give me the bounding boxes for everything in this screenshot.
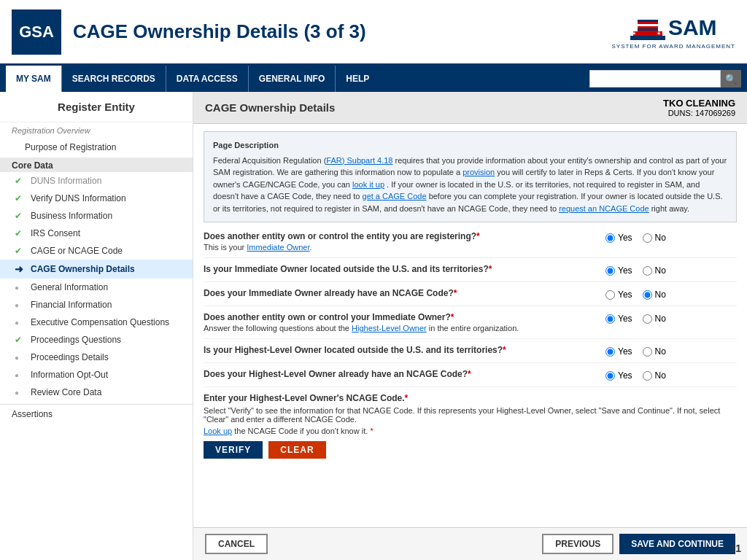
provision-link[interactable]: provision bbox=[462, 168, 495, 176]
sidebar-item-general-info[interactable]: ● General Information bbox=[0, 279, 193, 296]
gsa-logo: GSA bbox=[12, 9, 61, 55]
sam-subtext: SYSTEM FOR AWARD MANAGEMENT bbox=[611, 43, 735, 50]
question-4-left: Does another entity own or control your … bbox=[204, 312, 605, 332]
request-ncage-link[interactable]: request an NCAGE Code bbox=[559, 204, 649, 213]
clear-button[interactable]: CLEAR bbox=[268, 441, 325, 459]
sidebar-item-proceedings-details[interactable]: ● Proceedings Details bbox=[0, 349, 193, 366]
q1-yes-option[interactable]: Yes bbox=[605, 233, 632, 243]
duns-number: DUNS: 147069269 bbox=[663, 109, 735, 117]
top-header: GSA CAGE Ownership Details (3 of 3) ★ ★ … bbox=[0, 0, 747, 66]
svg-text:★: ★ bbox=[632, 31, 636, 36]
q3-no-radio[interactable] bbox=[643, 290, 652, 300]
nav-item-dataaccess[interactable]: DATA ACCESS bbox=[166, 66, 248, 92]
proceedings-q-check-icon: ✔ bbox=[15, 335, 26, 345]
content-header-title: CAGE Ownership Details bbox=[205, 101, 335, 114]
sidebar-item-business-info[interactable]: ✔ Business Information bbox=[0, 207, 193, 225]
sidebar-item-cage-ownership[interactable]: ➜ CAGE Ownership Details bbox=[0, 260, 193, 279]
nav-item-mysam[interactable]: MY SAM bbox=[6, 66, 61, 92]
question-row-6: Does your Highest-Level Owner already ha… bbox=[204, 369, 737, 387]
nav-item-generalinfo[interactable]: GENERAL INFO bbox=[248, 66, 335, 92]
question-1-radio-group: Yes No bbox=[605, 233, 737, 243]
exec-comp-dot-icon: ● bbox=[15, 319, 26, 327]
highest-level-owner-link[interactable]: Highest-Level Owner bbox=[352, 324, 427, 332]
page-desc-text: Federal Acquisition Regulation (FAR) Sub… bbox=[213, 155, 727, 215]
bottom-bar: CANCEL PREVIOUS SAVE AND CONTINUE bbox=[193, 527, 747, 560]
q1-yes-radio[interactable] bbox=[605, 233, 615, 243]
duns-check-icon: ✔ bbox=[15, 176, 26, 186]
nav-bar: MY SAM SEARCH RECORDS DATA ACCESS GENERA… bbox=[0, 66, 747, 92]
sidebar-item-irs-consent[interactable]: ✔ IRS Consent bbox=[0, 225, 193, 242]
far-link[interactable]: FAR) Subpart 4.18 bbox=[326, 156, 392, 165]
company-name: TKO CLEANING bbox=[663, 98, 735, 109]
search-button[interactable]: 🔍 bbox=[721, 70, 741, 88]
question-2-text: Is your Immediate Owner located outside … bbox=[204, 264, 605, 274]
sidebar-register-entity-title: Register Entity bbox=[0, 92, 193, 122]
svg-rect-1 bbox=[630, 36, 665, 40]
q3-yes-radio[interactable] bbox=[605, 290, 615, 300]
q2-yes-radio[interactable] bbox=[605, 266, 615, 276]
verify-button[interactable]: VERIFY bbox=[204, 441, 263, 459]
q1-no-radio[interactable] bbox=[643, 233, 652, 243]
sidebar-core-data-header: Core Data bbox=[0, 158, 193, 172]
sidebar-item-exec-comp[interactable]: ● Executive Compensation Questions bbox=[0, 314, 193, 331]
q2-no-radio[interactable] bbox=[643, 266, 652, 276]
cage-ncage-check-icon: ✔ bbox=[15, 246, 26, 256]
irs-check-icon: ✔ bbox=[15, 228, 26, 238]
sidebar-item-cage-ncage[interactable]: ✔ CAGE or NCAGE Code bbox=[0, 242, 193, 260]
q6-yes-radio[interactable] bbox=[605, 371, 615, 381]
sidebar-item-review-core-data[interactable]: ● Review Core Data bbox=[0, 384, 193, 401]
q6-no-option[interactable]: No bbox=[643, 370, 666, 381]
sidebar-item-purpose[interactable]: Purpose of Registration bbox=[0, 139, 193, 156]
sam-label: SAM bbox=[668, 15, 717, 40]
q5-no-radio[interactable] bbox=[643, 347, 652, 357]
q6-no-radio[interactable] bbox=[643, 371, 652, 381]
question-3-radio-group: Yes No bbox=[605, 289, 737, 300]
q6-yes-option[interactable]: Yes bbox=[605, 370, 632, 381]
get-cage-link[interactable]: get a CAGE Code bbox=[363, 192, 427, 201]
ncage-lookup-link[interactable]: Look up bbox=[204, 427, 232, 435]
question-5-left: Is your Highest-Level Owner located outs… bbox=[204, 345, 605, 355]
sidebar-item-proceedings-questions[interactable]: ✔ Proceedings Questions bbox=[0, 331, 193, 349]
question-4-radio-group: Yes No bbox=[605, 314, 737, 324]
info-opt-out-dot-icon: ● bbox=[15, 371, 26, 379]
sidebar-item-financial-info[interactable]: ● Financial Information bbox=[0, 296, 193, 314]
question-3-left: Does your Immediate Owner already have a… bbox=[204, 288, 605, 298]
question-1-left: Does another entity own or control the e… bbox=[204, 231, 605, 252]
sidebar-item-verify-duns[interactable]: ✔ Verify DUNS Information bbox=[0, 190, 193, 207]
content-area: CAGE Ownership Details TKO CLEANING DUNS… bbox=[193, 92, 747, 560]
search-input[interactable] bbox=[589, 70, 721, 88]
q4-yes-option[interactable]: Yes bbox=[605, 314, 632, 324]
q2-no-option[interactable]: No bbox=[643, 265, 666, 276]
q1-no-option[interactable]: No bbox=[643, 233, 666, 243]
lookup-link1[interactable]: look it up bbox=[352, 180, 384, 189]
general-info-dot-icon: ● bbox=[15, 284, 26, 292]
nav-item-search[interactable]: SEARCH RECORDS bbox=[61, 66, 166, 92]
immediate-owner-link[interactable]: Immediate Owner bbox=[247, 243, 309, 252]
q4-no-radio[interactable] bbox=[643, 314, 652, 324]
cancel-button[interactable]: CANCEL bbox=[205, 534, 268, 554]
question-2-radio-group: Yes No bbox=[605, 265, 737, 276]
ncage-desc1: Select "Verify" to see the information f… bbox=[204, 406, 737, 424]
ncage-section: Enter your Highest-Level Owner's NCAGE C… bbox=[204, 393, 737, 459]
question-5-radio-group: Yes No bbox=[605, 346, 737, 357]
save-continue-button[interactable]: SAVE AND CONTINUE bbox=[619, 534, 735, 554]
sidebar-item-registration-overview[interactable]: Registration Overview bbox=[0, 122, 193, 139]
q3-yes-option[interactable]: Yes bbox=[605, 289, 632, 300]
search-icon: 🔍 bbox=[725, 74, 737, 85]
question-row-2: Is your Immediate Owner located outside … bbox=[204, 264, 737, 282]
q5-yes-radio[interactable] bbox=[605, 347, 615, 357]
q2-yes-option[interactable]: Yes bbox=[605, 265, 632, 276]
question-3-text: Does your Immediate Owner already have a… bbox=[204, 288, 605, 298]
sidebar-item-info-opt-out[interactable]: ● Information Opt-Out bbox=[0, 366, 193, 384]
question-6-text: Does your Highest-Level Owner already ha… bbox=[204, 369, 605, 379]
q3-no-option[interactable]: No bbox=[643, 289, 666, 300]
q5-yes-option[interactable]: Yes bbox=[605, 346, 632, 357]
sidebar-item-duns[interactable]: ✔ DUNS Information bbox=[0, 172, 193, 190]
nav-item-help[interactable]: HELP bbox=[335, 66, 379, 92]
sidebar: Register Entity Registration Overview Pu… bbox=[0, 92, 193, 560]
q4-yes-radio[interactable] bbox=[605, 314, 615, 324]
q4-no-option[interactable]: No bbox=[643, 314, 666, 324]
q5-no-option[interactable]: No bbox=[643, 346, 666, 357]
previous-button[interactable]: PREVIOUS bbox=[542, 534, 614, 554]
svg-rect-3 bbox=[638, 20, 658, 22]
